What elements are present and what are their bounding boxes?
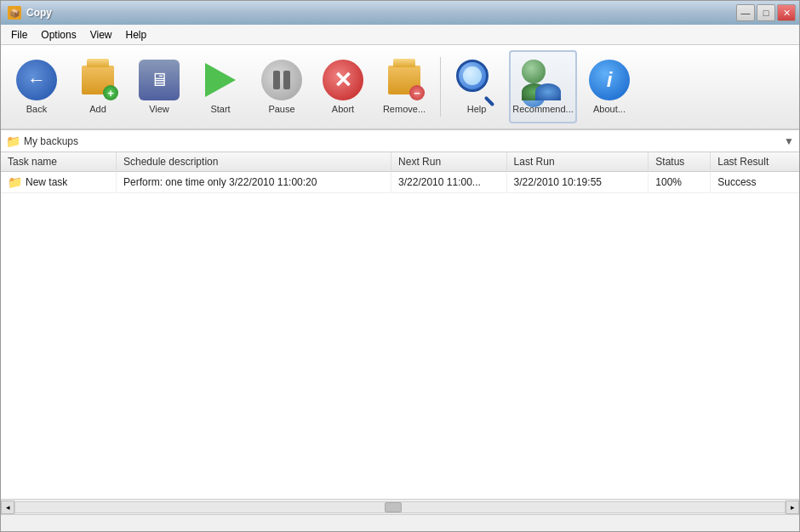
col-header-last-run[interactable]: Last Run <box>506 152 649 172</box>
help-icon <box>456 60 497 100</box>
task-name-text: New task <box>26 176 67 188</box>
title-bar-left: 📦 Copy <box>8 6 52 20</box>
recommend-button[interactable]: Recommend... <box>509 50 577 123</box>
title-bar: 📦 Copy — □ ✕ <box>1 1 799 25</box>
view-icon: 🖥 <box>139 60 180 100</box>
menu-bar: File Options View Help <box>1 25 799 45</box>
folder-icon: 📁 <box>6 134 20 148</box>
cell-last-run: 3/22/2010 10:19:55 <box>506 172 649 193</box>
about-icon: i <box>589 60 630 100</box>
table-header-row: Task name Schedule description Next Run … <box>1 152 799 172</box>
back-label: Back <box>26 104 47 114</box>
cell-task-name: 📁 New task <box>1 172 116 193</box>
task-folder-icon: 📁 <box>8 175 22 189</box>
close-button[interactable]: ✕ <box>777 4 796 21</box>
status-bar <box>1 514 799 531</box>
menu-options[interactable]: Options <box>34 27 83 43</box>
remove-button[interactable]: − Remove... <box>375 50 433 123</box>
start-icon <box>200 60 241 100</box>
menu-help[interactable]: Help <box>119 27 154 43</box>
scroll-left-button[interactable]: ◂ <box>1 501 14 514</box>
cell-next-run: 3/22/2010 11:00... <box>391 172 506 193</box>
view-button[interactable]: 🖥 View <box>130 50 188 123</box>
toolbar: ← Back + Add 🖥 View Start <box>1 45 799 130</box>
col-header-schedule[interactable]: Schedule description <box>116 152 391 172</box>
col-header-last-result[interactable]: Last Result <box>711 152 799 172</box>
pause-icon <box>261 60 302 100</box>
recommend-label: Recommend... <box>512 104 574 114</box>
scroll-thumb[interactable] <box>385 502 402 512</box>
col-header-status[interactable]: Status <box>649 152 711 172</box>
back-button[interactable]: ← Back <box>8 50 66 123</box>
abort-button[interactable]: ✕ Abort <box>314 50 372 123</box>
toolbar-separator-1 <box>440 57 441 117</box>
abort-label: Abort <box>332 104 354 114</box>
minimize-button[interactable]: — <box>736 4 755 21</box>
add-icon: + <box>77 60 118 100</box>
task-table-container: Task name Schedule description Next Run … <box>1 152 799 499</box>
title-bar-controls: — □ ✕ <box>736 4 796 21</box>
main-window: 📦 Copy — □ ✕ File Options View Help ← Ba… <box>0 0 800 532</box>
back-icon: ← <box>16 60 57 100</box>
start-button[interactable]: Start <box>191 50 249 123</box>
breadcrumb-text: My backups <box>24 135 780 147</box>
restore-button[interactable]: □ <box>757 4 775 21</box>
cell-status: 100% <box>649 172 711 193</box>
menu-view[interactable]: View <box>83 27 119 43</box>
about-button[interactable]: i About... <box>580 50 638 123</box>
pause-label: Pause <box>268 104 294 114</box>
help-label: Help <box>467 104 487 114</box>
pause-button[interactable]: Pause <box>253 50 311 123</box>
remove-label: Remove... <box>383 104 426 114</box>
cell-schedule: Perform: one time only 3/22/2010 11:00:2… <box>116 172 391 193</box>
window-icon: 📦 <box>8 6 21 20</box>
scroll-right-button[interactable]: ▸ <box>786 501 799 514</box>
table-row[interactable]: 📁 New task Perform: one time only 3/22/2… <box>1 172 799 193</box>
view-label: View <box>149 104 169 114</box>
menu-file[interactable]: File <box>4 27 34 43</box>
breadcrumb-bar: 📁 My backups ▼ <box>1 130 799 152</box>
breadcrumb-expand-icon[interactable]: ▼ <box>784 135 794 147</box>
window-title: Copy <box>26 7 52 19</box>
help-button[interactable]: Help <box>448 50 506 123</box>
horizontal-scrollbar[interactable]: ◂ ▸ <box>1 499 799 514</box>
add-button[interactable]: + Add <box>69 50 127 123</box>
add-label: Add <box>89 104 106 114</box>
col-header-next-run[interactable]: Next Run <box>391 152 506 172</box>
remove-icon: − <box>384 60 425 100</box>
about-label: About... <box>593 104 626 114</box>
col-header-task-name[interactable]: Task name <box>1 152 116 172</box>
recommend-icon <box>522 60 564 100</box>
task-table: Task name Schedule description Next Run … <box>1 152 799 193</box>
scroll-track[interactable] <box>14 501 786 513</box>
cell-last-result: Success <box>711 172 799 193</box>
start-label: Start <box>210 104 230 114</box>
abort-icon: ✕ <box>323 60 363 100</box>
